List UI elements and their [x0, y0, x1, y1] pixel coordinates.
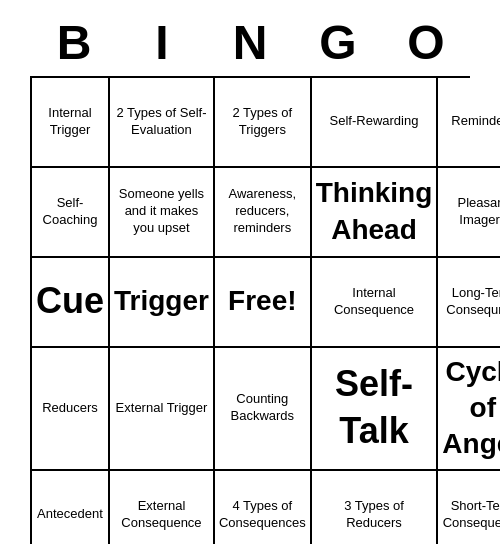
bingo-cell-6: Someone yells and it makes you upset: [110, 168, 215, 258]
bingo-cell-10: Cue: [32, 258, 110, 348]
bingo-letter-o: O: [382, 10, 470, 76]
bingo-cell-0: Internal Trigger: [32, 78, 110, 168]
bingo-letter-b: B: [30, 10, 118, 76]
bingo-cell-21: External Consequence: [110, 471, 215, 544]
bingo-grid: Internal Trigger2 Types of Self-Evaluati…: [30, 76, 470, 544]
bingo-cell-23: 3 Types of Reducers: [312, 471, 439, 544]
bingo-header: BINGO: [30, 10, 470, 76]
bingo-cell-17: Counting Backwards: [215, 348, 312, 471]
bingo-cell-19: Cycle of Anger: [438, 348, 500, 471]
bingo-letter-g: G: [294, 10, 382, 76]
bingo-cell-20: Antecedent: [32, 471, 110, 544]
bingo-cell-8: Thinking Ahead: [312, 168, 439, 258]
bingo-cell-18: Self-Talk: [312, 348, 439, 471]
bingo-cell-22: 4 Types of Consequences: [215, 471, 312, 544]
bingo-cell-3: Self-Rewarding: [312, 78, 439, 168]
bingo-cell-13: Internal Consequence: [312, 258, 439, 348]
bingo-cell-4: Reminders: [438, 78, 500, 168]
bingo-card: BINGO Internal Trigger2 Types of Self-Ev…: [20, 0, 480, 544]
bingo-cell-15: Reducers: [32, 348, 110, 471]
bingo-cell-24: Short-Term Consequence: [438, 471, 500, 544]
bingo-cell-2: 2 Types of Triggers: [215, 78, 312, 168]
bingo-letter-n: N: [206, 10, 294, 76]
bingo-cell-7: Awareness, reducers, reminders: [215, 168, 312, 258]
bingo-cell-1: 2 Types of Self-Evaluation: [110, 78, 215, 168]
bingo-cell-9: Pleasant Imagery: [438, 168, 500, 258]
bingo-cell-12: Free!: [215, 258, 312, 348]
bingo-cell-16: External Trigger: [110, 348, 215, 471]
bingo-letter-i: I: [118, 10, 206, 76]
bingo-cell-14: Long-Term Consequnce: [438, 258, 500, 348]
bingo-cell-11: Trigger: [110, 258, 215, 348]
bingo-cell-5: Self-Coaching: [32, 168, 110, 258]
